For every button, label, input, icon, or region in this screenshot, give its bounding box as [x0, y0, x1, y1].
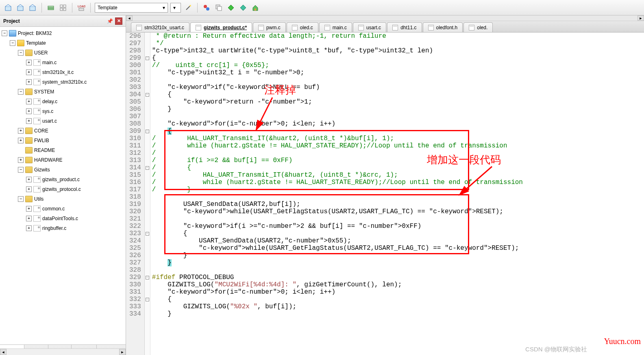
tree-file[interactable]: +sys.c [0, 106, 126, 116]
pin-icon[interactable]: 📌 [106, 17, 113, 25]
load-button[interactable]: LOAD [76, 3, 86, 13]
c-file-icon [33, 118, 41, 124]
expand-icon[interactable]: + [26, 225, 32, 231]
c-file-icon [33, 215, 41, 222]
collapse-icon[interactable]: − [18, 167, 24, 173]
scroll-left-icon[interactable]: ◄ [126, 15, 133, 21]
file-tab[interactable]: oled.c [287, 22, 318, 32]
red-icon[interactable] [202, 3, 211, 13]
tree-file[interactable]: +gizwits_protocol.c [0, 184, 126, 194]
tree-file[interactable]: +main.c [0, 58, 126, 67]
tree-template[interactable]: − Template [0, 38, 126, 48]
fold-column[interactable]: −−−−−−− [145, 32, 150, 355]
expand-icon[interactable]: + [26, 69, 32, 75]
project-tree[interactable]: − Project: BKM32 − Template − USER +main… [0, 27, 126, 344]
tree-utils-folder[interactable]: −Utils [0, 194, 126, 204]
scroll-left-icon[interactable]: ◄ [0, 349, 7, 355]
tab-scroll-strip[interactable]: ◄ ► [126, 15, 644, 21]
expand-icon[interactable]: + [26, 206, 32, 212]
file-tab[interactable]: dht11.c [387, 22, 422, 32]
editor-area: ◄ ► stm32f10x_usart.c gizwits_product.c*… [126, 15, 644, 355]
target-combo[interactable]: Template ▾ [95, 3, 168, 13]
file-tab[interactable]: stm32f10x_usart.c [131, 22, 189, 32]
expand-icon[interactable]: + [18, 128, 24, 134]
collapse-icon[interactable]: − [10, 40, 15, 46]
toolbar-btn-grid[interactable] [58, 3, 68, 13]
tree-file[interactable]: +usart.c [0, 116, 126, 126]
tree-file[interactable]: +common.c [0, 204, 126, 214]
house-icon[interactable] [250, 3, 260, 13]
tree-gizwits-folder[interactable]: −Gizwits [0, 165, 126, 175]
toolbar-btn-2[interactable] [15, 3, 25, 13]
c-file-icon [33, 176, 41, 183]
collapse-icon[interactable]: − [18, 50, 24, 56]
target-combo-label: Template [98, 5, 117, 11]
expand-icon[interactable]: + [26, 216, 32, 221]
expand-icon[interactable]: + [18, 157, 24, 163]
expand-icon[interactable]: + [18, 138, 24, 143]
toolbar-btn-3[interactable] [28, 3, 37, 13]
toolbar-btn-stack[interactable] [46, 3, 56, 13]
small-combo[interactable]: ▾ [170, 3, 181, 13]
stack-icon[interactable] [214, 3, 224, 13]
file-tab[interactable]: usart.c [353, 22, 386, 32]
tree-label: SYSTEM [34, 89, 54, 95]
tree-fwlib-folder[interactable]: +FWLIB [0, 136, 126, 145]
c-file-icon [33, 69, 41, 76]
tree-label: gizwits_protocol.c [42, 186, 81, 192]
expand-icon[interactable]: + [26, 177, 32, 182]
file-tab[interactable]: oled. [463, 22, 493, 32]
tree-file[interactable]: +gizwits_product.c [0, 175, 126, 184]
scroll-right-icon[interactable]: ► [637, 15, 644, 21]
collapse-icon[interactable]: − [2, 30, 7, 36]
expand-icon[interactable]: + [26, 99, 32, 104]
expand-icon[interactable]: + [26, 79, 32, 85]
tree-system-folder[interactable]: − SYSTEM [0, 87, 126, 97]
expand-icon[interactable]: + [26, 60, 32, 65]
scroll-right-icon[interactable]: ► [119, 349, 126, 355]
tree-label: system_stm32f10x.c [42, 79, 87, 85]
close-icon[interactable]: ✕ [115, 17, 122, 25]
file-icon [136, 25, 142, 30]
expand-icon[interactable]: + [26, 108, 32, 114]
tab-label: oledfont.h [436, 25, 458, 30]
tree-file[interactable]: +stm32f10x_it.c [0, 67, 126, 77]
file-tab-active[interactable]: gizwits_product.c* [190, 22, 252, 32]
expand-icon[interactable]: + [26, 186, 32, 192]
tree-file[interactable]: +system_stm32f10x.c [0, 77, 126, 87]
tree-user-folder[interactable]: − USER [0, 48, 126, 58]
file-tab[interactable]: oledfont.h [423, 22, 463, 32]
file-tab[interactable]: main.c [319, 22, 352, 32]
project-hscroll[interactable]: ◄ ► [0, 349, 126, 355]
main-area: Project 📌 ✕ − Project: BKM32 − Template … [0, 15, 644, 355]
tree-core-folder[interactable]: +CORE [0, 126, 126, 136]
tab-label: gizwits_product.c* [204, 25, 247, 30]
tab-label: oled.c [300, 25, 313, 30]
wand-icon[interactable] [183, 3, 193, 13]
tree-readme-folder[interactable]: README [0, 145, 126, 155]
separator [72, 3, 72, 13]
folder-icon [17, 40, 24, 46]
toolbar-btn-1[interactable] [3, 3, 13, 13]
project-panel-header: Project 📌 ✕ [0, 15, 126, 27]
file-tab[interactable]: pwm.c [253, 22, 286, 32]
expand-icon[interactable]: + [26, 118, 32, 124]
chevron-down-icon: ▾ [163, 5, 165, 11]
tree-file[interactable]: +ringbuffer.c [0, 223, 126, 233]
collapse-icon[interactable]: − [18, 89, 24, 95]
tree-file[interactable]: +delay.c [0, 97, 126, 106]
tree-label: delay.c [42, 99, 57, 104]
code-editor[interactable]: 2962972982993003013023033043053063073083… [126, 32, 644, 355]
tree-label: HARDWARE [34, 157, 63, 163]
tree-hardware-folder[interactable]: +HARDWARE [0, 155, 126, 165]
project-panel-title: Project [3, 18, 20, 24]
green-diamond-icon[interactable] [226, 3, 236, 13]
code-content[interactable]: * @return : Return effective data length… [150, 32, 644, 355]
folder-icon [25, 157, 33, 163]
teal-diamond-icon[interactable] [238, 3, 248, 13]
folder-icon [25, 147, 33, 154]
tree-label: Template [26, 40, 46, 46]
tree-file[interactable]: +dataPointTools.c [0, 214, 126, 223]
collapse-icon[interactable]: − [18, 196, 24, 202]
tree-root[interactable]: − Project: BKM32 [0, 28, 126, 38]
